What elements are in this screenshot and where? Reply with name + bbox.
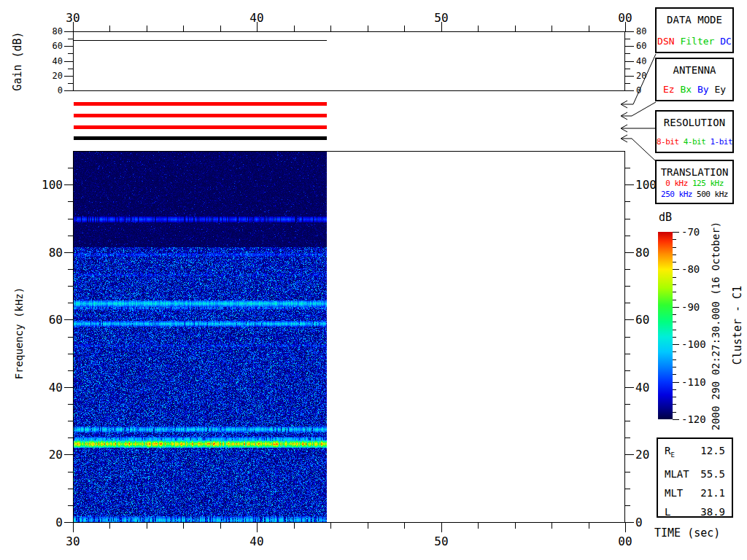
tick xyxy=(64,252,73,253)
timestamp-annotation: 2000 290 02:27:30.000 (16 October) xyxy=(710,222,721,431)
tick xyxy=(673,300,676,300)
tick xyxy=(673,322,676,322)
tick xyxy=(625,46,634,47)
tick xyxy=(404,523,405,529)
tick xyxy=(625,286,630,287)
tick xyxy=(64,319,73,320)
tick xyxy=(625,31,634,32)
tick xyxy=(109,26,110,31)
ephemeris-value: 38.9 xyxy=(700,502,725,521)
axis-tick-label: 80 xyxy=(38,26,63,36)
tick xyxy=(625,337,630,338)
arrow-translation xyxy=(621,135,656,161)
tick xyxy=(673,404,676,405)
gain-axis-label: Gain (dB) xyxy=(11,31,24,90)
axis-tick-label: 00 xyxy=(611,11,640,25)
axis-tick-label: 100 xyxy=(19,178,63,192)
tick xyxy=(625,76,634,77)
tick xyxy=(625,83,630,84)
tick xyxy=(68,472,73,472)
tick xyxy=(68,489,73,489)
tick xyxy=(147,26,147,31)
axis-tick-label: 0 xyxy=(19,516,63,529)
tick xyxy=(673,344,679,345)
tick xyxy=(64,76,73,77)
axis-tick-label: 60 xyxy=(19,313,63,327)
axis-tick-label: 50 xyxy=(427,11,456,25)
tick xyxy=(625,201,630,202)
tick xyxy=(673,239,676,240)
tick xyxy=(673,262,676,262)
status-bar-antenna xyxy=(74,114,327,117)
tick xyxy=(68,83,73,84)
tick xyxy=(673,269,679,270)
tick xyxy=(673,382,679,383)
tick xyxy=(673,374,676,375)
control-box-title: DATA MODE xyxy=(657,9,732,26)
tick xyxy=(478,26,479,31)
colorbar-tick-label: -120 xyxy=(681,413,712,425)
tick xyxy=(589,523,589,529)
option-dsn: DSN xyxy=(657,36,674,47)
tick xyxy=(515,523,516,529)
tick xyxy=(589,26,589,31)
tick xyxy=(68,168,73,168)
tick xyxy=(625,404,630,405)
status-bar-resolution xyxy=(74,125,327,129)
tick xyxy=(625,522,634,523)
tick xyxy=(673,351,676,352)
colorbar-tick-label: -100 xyxy=(681,338,712,350)
control-box-options: Ez Bx By Ey xyxy=(657,84,732,100)
tick xyxy=(404,26,405,31)
arrow-antenna xyxy=(621,102,656,120)
time-axis-label: TIME (sec) xyxy=(654,526,720,540)
axis-tick-label: 80 xyxy=(19,246,63,260)
colorbar-gradient xyxy=(658,232,673,419)
tick xyxy=(68,39,73,39)
tick xyxy=(625,387,634,388)
tick xyxy=(673,254,676,255)
tick xyxy=(368,26,368,31)
option-125-khz: 125 kHz xyxy=(692,179,724,188)
tick xyxy=(68,404,73,405)
option-8-bit: 8-bit xyxy=(657,137,679,147)
tick xyxy=(478,523,479,529)
ephemeris-row: MLAT55.5 xyxy=(658,464,732,483)
ephemeris-label: MLT xyxy=(665,483,683,502)
tick xyxy=(625,236,630,236)
ephemeris-label: RE xyxy=(665,441,675,464)
tick xyxy=(625,61,634,62)
tick xyxy=(68,219,73,219)
control-box-title: RESOLUTION xyxy=(657,112,732,128)
tick xyxy=(673,307,679,308)
tick xyxy=(673,397,676,397)
option-bx: Bx xyxy=(680,84,692,95)
tick xyxy=(673,389,676,390)
tick xyxy=(68,354,73,354)
tick xyxy=(64,31,73,32)
tick xyxy=(625,269,630,270)
axis-tick-label: 60 xyxy=(38,41,63,51)
tick xyxy=(68,303,73,303)
tick xyxy=(673,247,676,248)
tick xyxy=(68,69,73,69)
option-1-bit: 1-bit xyxy=(711,137,733,147)
tick xyxy=(625,523,626,532)
tick xyxy=(68,53,73,54)
tick xyxy=(625,53,630,54)
tick xyxy=(625,454,634,455)
tick xyxy=(68,236,73,236)
ephemeris-value: 12.5 xyxy=(700,441,725,464)
arrow-resolution xyxy=(621,125,656,132)
tick xyxy=(64,46,73,47)
tick xyxy=(673,330,676,330)
ephemeris-row: RE12.5 xyxy=(658,441,732,464)
ephemeris-row: L38.9 xyxy=(658,502,732,521)
colorbar-tick-label: -90 xyxy=(681,301,712,313)
control-box-options: 0 kHz 125 kHz xyxy=(657,179,732,189)
tick xyxy=(673,314,676,315)
tick xyxy=(625,489,630,489)
status-bar-data-mode xyxy=(74,102,327,106)
tick xyxy=(625,90,634,91)
tick xyxy=(625,252,634,253)
